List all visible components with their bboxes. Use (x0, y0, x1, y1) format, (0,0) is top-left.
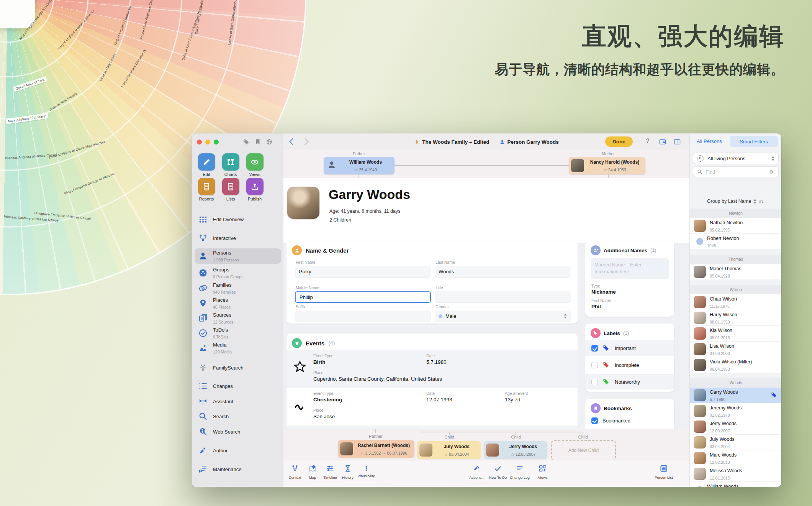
sidebar-item-changes[interactable]: Changes (195, 378, 281, 394)
child-stub (516, 432, 516, 435)
father-card[interactable]: William Woods☆ 25.4.1949 (324, 157, 395, 174)
sidebar-item-familysearch[interactable]: FamilySearch (195, 360, 281, 375)
bulleted-list-icon (198, 381, 208, 391)
type-label: Type (591, 284, 600, 288)
middle-name-field[interactable]: Phillip (295, 291, 431, 303)
person-row[interactable]: July Woods03.04.2004 (690, 434, 781, 450)
label-row-important[interactable]: Important (585, 340, 674, 356)
married-name-placeholder[interactable]: Married Name – Enter Information here (591, 258, 669, 279)
sidebar-item-web-search[interactable]: Web Search (195, 424, 281, 439)
tool-lists[interactable]: Lists (219, 178, 242, 201)
sidebar-item-author[interactable]: Author (195, 443, 281, 458)
person-row[interactable]: Chao Wilson11.12.1975 (690, 294, 781, 310)
gear-icon[interactable] (769, 169, 774, 175)
tool-reports[interactable]: Reports (195, 178, 218, 201)
globe-icon[interactable] (266, 138, 273, 145)
person-row[interactable]: Jeremy Woods01.02.1978 (690, 403, 781, 419)
sidebar-item-places[interactable]: Places40 Places (195, 296, 281, 311)
person-row[interactable]: William Woods25.4.1949 (690, 481, 781, 487)
sidebar-item-families[interactable]: Families940 Families (195, 281, 281, 296)
gender-select[interactable]: Male (435, 310, 571, 322)
person-row[interactable]: Viola Wilson (Miller)06.04.1953 (690, 357, 781, 373)
tool-publish[interactable]: Publish (243, 178, 267, 201)
stepper-icon[interactable] (564, 314, 567, 319)
sidebar-item-groups[interactable]: Groups0 Person Groups (195, 265, 281, 281)
picture-in-picture-icon[interactable] (659, 138, 666, 146)
done-button[interactable]: Done (605, 136, 633, 147)
add-new-child-button[interactable]: Add New Child (551, 440, 616, 461)
avatar (419, 444, 432, 457)
person-row[interactable]: Mabel Thomas05.04.1928 (690, 264, 781, 279)
tool-charts[interactable]: Charts (219, 153, 242, 177)
sidebar-item-media[interactable]: Media120 Media (195, 340, 281, 356)
timeline-icon (326, 467, 334, 474)
tab-all-persons[interactable]: All Persons (697, 138, 722, 144)
person-row[interactable]: Jerry Woods12.03.2007 (690, 419, 781, 434)
toolbar-plausibility[interactable]: ! Plausibility (354, 464, 378, 478)
first-name-field[interactable]: Garry (295, 266, 431, 278)
sidebar-item-todos[interactable]: ToDo's0 ToDo's (195, 325, 281, 341)
name-gender-icon (292, 245, 302, 255)
toolbar-views[interactable]: Views (530, 464, 555, 480)
person-row[interactable]: Marc Woods12.02.2013 (690, 450, 781, 466)
tab-smart-filters[interactable]: Smart Filters (730, 136, 778, 147)
label-row-noteworthy[interactable]: Noteworthy (585, 374, 674, 389)
profile-photo[interactable] (287, 187, 319, 219)
sidebar-item-maintenance[interactable]: Maintenance (195, 462, 281, 477)
events-icon (292, 338, 302, 348)
help-button[interactable]: ? (646, 138, 650, 145)
person-row-selected[interactable]: Garry Woods5.7.1980 (690, 387, 781, 403)
child-card-july[interactable]: July Woods☆ 03.04.2004 (417, 441, 481, 459)
profile-name: Garry Woods (329, 187, 410, 202)
event-row-christening[interactable]: Event Type Christening Date 12.07.1993 A… (286, 388, 578, 426)
find-input[interactable]: Find (693, 166, 779, 177)
sidebar-item-sources[interactable]: Sources12 Sources (195, 310, 281, 326)
sort-icon[interactable] (759, 199, 765, 204)
tool-edit[interactable]: Edit (195, 153, 218, 177)
last-name-field[interactable]: Woods (435, 266, 571, 278)
nickname-value[interactable]: Phil (591, 304, 601, 309)
event-row-birth[interactable]: Event Type Birth Date 5.7.1980 Place Cup… (286, 350, 578, 388)
child-card-jerry[interactable]: Jerry Woods☆ 12.03.2007 (484, 441, 547, 459)
person-row[interactable]: Lisa Wilson04.08.2000 (690, 341, 781, 357)
close-window-button[interactable] (197, 140, 202, 145)
tag-icon[interactable] (243, 138, 250, 145)
group-by-control[interactable]: Group by Last Name (690, 196, 781, 206)
toolbar-change-log[interactable]: Change Log (508, 464, 532, 480)
checkbox-unchecked[interactable] (591, 379, 598, 385)
label-row-incomplete[interactable]: Incomplete (585, 357, 674, 373)
person-filter-select[interactable]: All living Persons (693, 153, 779, 164)
people-group-icon (198, 268, 208, 278)
suffix-field[interactable] (295, 310, 431, 322)
toolbar-person-list[interactable]: Person List (652, 464, 676, 480)
title-field[interactable] (435, 291, 571, 303)
person-group-newton: Newton Nathan Newton05.02.1995 Robert Ne… (690, 209, 781, 249)
mother-connector-stub (608, 174, 609, 178)
sidebar-item-persons[interactable]: Persons1.988 Persons (195, 248, 281, 264)
checkbox-unchecked[interactable] (591, 362, 598, 368)
sidebar-item-edit-overview[interactable]: Edit Overview (195, 212, 281, 227)
split-view-icon[interactable] (673, 138, 681, 146)
sidebar-item-interactive[interactable]: Interactive (195, 230, 281, 246)
tool-views[interactable]: Views (243, 153, 267, 177)
checkbox-checked[interactable] (591, 417, 598, 424)
partner-card[interactable]: Rachel Barnett (Woods)☆ 3.5.1982 ⁓ 06.07… (338, 440, 414, 458)
person-row[interactable]: Robert Newton1945 (690, 233, 781, 249)
sidebar-item-search[interactable]: Search (195, 409, 281, 424)
mother-card[interactable]: Nancy Harold (Woods)☆ 24.4.1953 (569, 157, 645, 174)
bookmark-icon[interactable] (254, 138, 261, 145)
nickname-type-value[interactable]: Nickname (591, 289, 616, 295)
person-row[interactable]: Nathan Newton05.02.1995 (690, 218, 781, 233)
stepper-icon[interactable] (771, 156, 774, 161)
bottom-toolbar: Context Map Timeline History ! Plausibil… (283, 460, 689, 487)
zoom-window-button[interactable] (214, 140, 219, 145)
marketing-subtitle: 易于导航，清晰的结构和超乎以往更快的编辑。 (495, 61, 784, 79)
minimize-window-button[interactable] (205, 140, 210, 145)
toolbar-new-todo[interactable]: New To Do (486, 464, 510, 480)
sidebar-item-assistant[interactable]: Assistant (195, 394, 281, 409)
bookmark-row-bookmarked[interactable]: Bookmarked (585, 415, 674, 426)
checkbox-checked[interactable] (591, 345, 598, 352)
person-row[interactable]: Melissa Woods12.01.2015 (690, 466, 781, 481)
person-row[interactable]: Harry Wilson08.01.1950 (690, 310, 781, 325)
person-row[interactable]: Kia Wilson09.01.2013 (690, 325, 781, 341)
